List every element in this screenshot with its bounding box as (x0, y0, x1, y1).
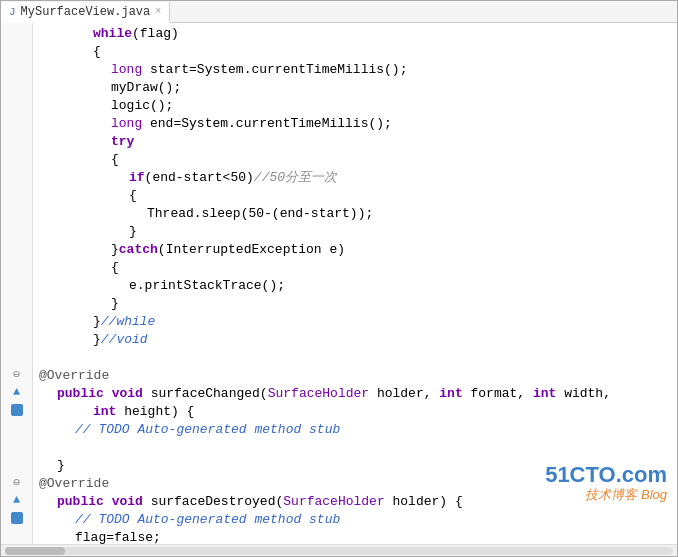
code-line: logic(); (39, 97, 677, 115)
code-line: flag=false; (39, 529, 677, 544)
code-token-normal: Thread. (147, 205, 202, 223)
code-token-normal: (flag) (132, 25, 179, 43)
expand-arrow-icon[interactable]: ▲ (13, 385, 20, 399)
code-line: } (39, 223, 677, 241)
breakpoint-icon[interactable] (11, 404, 23, 416)
code-line: { (39, 259, 677, 277)
code-line: }//while (39, 313, 677, 331)
gutter-row (1, 419, 32, 437)
code-token-kw: void (112, 385, 143, 403)
gutter-row (1, 203, 32, 221)
gutter-row: ▲ (1, 383, 32, 401)
code-line: while(flag) (39, 25, 677, 43)
code-token-normal: } (111, 241, 119, 259)
code-token-normal: { (111, 259, 119, 277)
code-token-normal: (InterruptedException e) (158, 241, 345, 259)
code-token-kw: int (439, 385, 462, 403)
editor-tab[interactable]: J MySurfaceView.java × (1, 2, 170, 23)
horizontal-scrollbar[interactable] (1, 544, 677, 556)
code-token-normal: (end-start<50) (145, 169, 254, 187)
code-token-normal: (50-(end-start)); (241, 205, 374, 223)
code-token-normal: height) { (116, 403, 194, 421)
code-token-normal: { (93, 43, 101, 61)
collapse-icon[interactable]: ⊖ (13, 367, 20, 382)
gutter-row (1, 77, 32, 95)
code-line: { (39, 43, 677, 61)
code-token-kw: if (129, 169, 145, 187)
code-token-normal: format, (463, 385, 533, 403)
code-token-normal: logic(); (111, 97, 173, 115)
code-line: }catch(InterruptedException e) (39, 241, 677, 259)
code-token-kw: int (533, 385, 556, 403)
code-line: // TODO Auto-generated method stub (39, 511, 677, 529)
java-file-icon: J (9, 6, 16, 18)
scrollbar-track[interactable] (5, 547, 673, 555)
watermark: 51CTO.com 技术博客 Blog (545, 462, 667, 504)
gutter-row: ▲ (1, 491, 32, 509)
code-token-normal: surfaceDestroyed( (143, 493, 283, 511)
code-token-normal: { (129, 187, 137, 205)
code-token-normal: { (111, 151, 119, 169)
gutter-row (1, 455, 32, 473)
editor-window: J MySurfaceView.java × ⊖▲⊖▲ while(flag){… (0, 0, 678, 557)
code-token-normal: (); (368, 115, 391, 133)
code-token-normal: width, (556, 385, 611, 403)
code-line: myDraw(); (39, 79, 677, 97)
gutter-row (1, 113, 32, 131)
code-line: try (39, 133, 677, 151)
gutter-row (1, 401, 32, 419)
code-token-comment: //while (101, 313, 156, 331)
editor-area: ⊖▲⊖▲ while(flag){long start=System.curre… (1, 23, 677, 544)
scrollbar-thumb[interactable] (5, 547, 65, 555)
collapse-icon[interactable]: ⊖ (13, 475, 20, 490)
tab-bar: J MySurfaceView.java × (1, 1, 677, 23)
code-token-type: SurfaceHolder (268, 385, 369, 403)
code-line: } (39, 295, 677, 313)
gutter-row (1, 239, 32, 257)
code-token-kw: while (93, 25, 132, 43)
gutter-row (1, 347, 32, 365)
code-token-normal: e.printStackTrace(); (129, 277, 285, 295)
code-token-kw: void (112, 493, 143, 511)
code-line: if(end-start<50)//50分至一次 (39, 169, 677, 187)
code-token-kw: public (57, 493, 104, 511)
code-line: @Override (39, 367, 677, 385)
gutter-row (1, 221, 32, 239)
gutter-row (1, 509, 32, 527)
code-token-kw: try (111, 133, 134, 151)
code-token-normal (104, 385, 112, 403)
editor-gutter: ⊖▲⊖▲ (1, 23, 33, 544)
code-token-normal: (); (384, 61, 407, 79)
code-token-method: sleep (202, 205, 241, 223)
code-token-annotation: @Override (39, 367, 109, 385)
code-token-normal: } (111, 295, 119, 313)
gutter-row (1, 95, 32, 113)
gutter-row (1, 293, 32, 311)
expand-arrow-icon[interactable]: ▲ (13, 493, 20, 507)
code-token-normal: } (57, 457, 65, 475)
code-token-normal: holder) { (385, 493, 463, 511)
gutter-row (1, 527, 32, 544)
code-line: Thread.sleep(50-(end-start)); (39, 205, 677, 223)
code-line: { (39, 151, 677, 169)
watermark-italic: Blog (641, 487, 667, 502)
code-token-kw: catch (119, 241, 158, 259)
code-token-method: currentTimeMillis (251, 61, 384, 79)
code-token-type: SurfaceHolder (283, 493, 384, 511)
breakpoint-icon[interactable] (11, 512, 23, 524)
gutter-row (1, 311, 32, 329)
code-token-normal: } (93, 331, 101, 349)
tab-close-button[interactable]: × (155, 6, 161, 17)
code-line: { (39, 187, 677, 205)
code-token-normal: flag=false; (75, 529, 161, 544)
gutter-row (1, 149, 32, 167)
code-token-type: long (111, 115, 142, 133)
code-line (39, 439, 677, 457)
watermark-main: 51CTO.com (545, 462, 667, 488)
code-line: long start=System.currentTimeMillis(); (39, 61, 677, 79)
code-token-normal: myDraw(); (111, 79, 181, 97)
gutter-row (1, 275, 32, 293)
gutter-row: ⊖ (1, 365, 32, 383)
code-token-kw: int (93, 403, 116, 421)
code-token-kw: public (57, 385, 104, 403)
